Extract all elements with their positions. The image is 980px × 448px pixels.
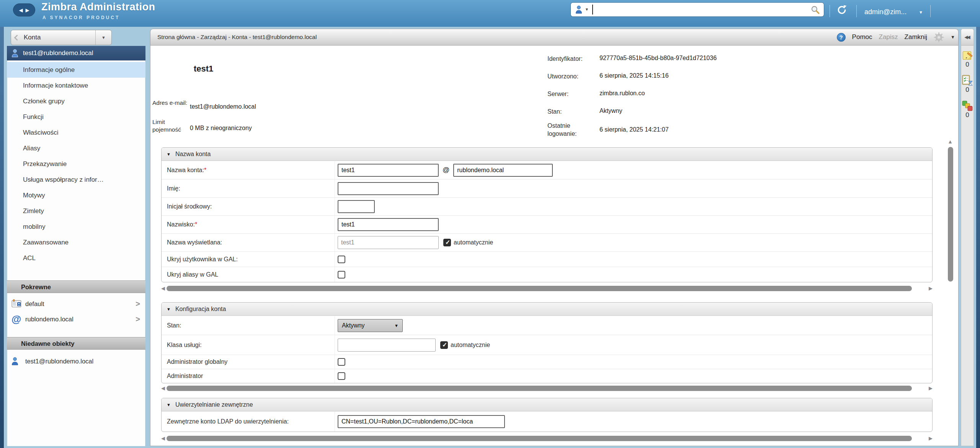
search-type-selector[interactable]: ▼ [571, 5, 592, 14]
chevron-down-icon: ▼ [394, 323, 399, 328]
horizontal-scrollbar: ◀ ▶ [161, 385, 933, 391]
collapse-panel-button[interactable]: ◀◀ [961, 29, 973, 46]
sidebar-item-group-member[interactable]: Członek grupy [7, 93, 145, 109]
form-row-last-name: Nazwisko:* [162, 215, 932, 233]
recent-item-account[interactable]: test1@rublondemo.local [7, 354, 145, 368]
close-button[interactable]: Zamknij [905, 33, 928, 41]
scroll-right-icon[interactable]: ▶ [927, 436, 933, 441]
auto-label: automatycznie [454, 239, 493, 246]
gear-icon[interactable] [934, 32, 944, 42]
display-name-auto-checkbox[interactable] [443, 239, 451, 246]
sidebar-item-collab-service[interactable]: Usługa współpracy z infor… [7, 172, 145, 187]
objects-icon[interactable] [961, 101, 973, 111]
section-header-account-name[interactable]: ▼ Nazwa konta [162, 148, 932, 161]
sidebar-item-mobile[interactable]: mobilny [7, 219, 145, 235]
objects-count-badge: 0 [961, 111, 973, 119]
related-item-cos-default[interactable]: default > [7, 296, 145, 311]
account-menu-dropdown-icon[interactable]: ▼ [919, 10, 923, 15]
field-label: Nazwa konta:* [162, 167, 335, 174]
related-item-domain[interactable]: @ rublondemo.local > [7, 312, 145, 326]
horizontal-scrollbar: ◀ ▶ [161, 435, 933, 441]
sidebar-item-contact-info[interactable]: Informacje kontaktowe [7, 78, 145, 93]
notes-icon[interactable] [961, 50, 973, 61]
left-edge-strip [0, 27, 4, 448]
toolbar: Strona główna - Zarządzaj - Konta - test… [150, 29, 959, 46]
ldap-account-input[interactable] [338, 415, 505, 428]
sidebar-account-header: test1@rublondemo.local [7, 46, 145, 60]
nav-forward-icon[interactable]: ▶ [26, 7, 29, 13]
last-name-input[interactable] [338, 218, 439, 231]
cos-input[interactable] [338, 339, 436, 352]
chevron-right-icon[interactable]: > [136, 315, 140, 324]
help-icon[interactable]: ? [837, 33, 846, 42]
info-label: Ostatnie logowanie: [547, 122, 596, 138]
info-value: zimbra.rublon.co [599, 90, 645, 97]
chevron-down-icon[interactable]: ▼ [95, 30, 111, 45]
chevron-right-icon[interactable]: > [136, 300, 140, 308]
scroll-left-icon[interactable]: ◀ [161, 436, 167, 441]
first-name-input[interactable] [338, 182, 439, 195]
domain-input[interactable] [453, 164, 553, 177]
nav-back-icon[interactable]: ◀ [19, 7, 23, 13]
form-row-middle-initial: Inicjał środkowy: [162, 197, 932, 215]
sidebar: Konta ▼ test1@rublondemo.local Informacj… [7, 29, 145, 446]
middle-initial-input[interactable] [338, 200, 375, 213]
display-name-input[interactable] [338, 236, 439, 249]
scroll-right-icon[interactable]: ▶ [927, 386, 933, 391]
nav-arrows-button[interactable]: ◀ ▶ [13, 3, 35, 16]
form-row-hide-in-gal: Ukryj użytkownika w GAL: [162, 251, 932, 267]
right-edge-strip [976, 27, 980, 448]
separator [930, 5, 931, 17]
form-row-ldap: Zewnętrzne konto LDAP do uwierzytelnieni… [162, 411, 932, 432]
required-mark: * [195, 221, 197, 228]
info-value: 927770a5-851b-45bd-b80a-97ed1d721036 [599, 55, 717, 62]
status-select[interactable]: Aktywny ▼ [338, 319, 403, 332]
vertical-scrollbar-thumb[interactable] [948, 147, 953, 282]
scroll-left-icon[interactable]: ◀ [161, 386, 167, 391]
scrollbar-thumb[interactable] [167, 286, 912, 291]
global-admin-checkbox[interactable] [338, 358, 345, 366]
search-type-dropdown-icon[interactable]: ▼ [585, 8, 589, 11]
account-name-input[interactable] [338, 164, 439, 177]
scrollbar-thumb[interactable] [167, 436, 912, 441]
hide-aliases-checkbox[interactable] [338, 271, 345, 279]
section-collapse-icon[interactable]: ▼ [167, 152, 171, 156]
toolbar-dropdown-icon[interactable]: ▼ [951, 34, 955, 40]
section-header-account-config[interactable]: ▼ Konfiguracja konta [162, 303, 932, 316]
scroll-up-icon[interactable]: ▲ [947, 138, 953, 145]
refresh-button[interactable] [836, 4, 848, 17]
account-menu-button[interactable]: admin@zim... [864, 8, 906, 16]
save-button[interactable]: Zapisz [879, 33, 898, 41]
search-button[interactable] [808, 5, 824, 15]
section-collapse-icon[interactable]: ▼ [167, 402, 171, 407]
app-tagline: A SYNACOR PRODUCT [42, 15, 120, 20]
scrollbar-thumb[interactable] [167, 386, 912, 391]
sidebar-item-aliases[interactable]: Aliasy [7, 140, 145, 156]
sidebar-item-forwarding[interactable]: Przekazywanie [7, 156, 145, 172]
global-search[interactable]: ▼ [570, 2, 824, 17]
form-row-admin: Administrator [162, 369, 932, 383]
hide-in-gal-checkbox[interactable] [338, 256, 345, 263]
search-input[interactable] [593, 4, 808, 15]
scroll-right-icon[interactable]: ▶ [927, 286, 933, 291]
tasks-count-badge: 0 [961, 86, 973, 94]
sidebar-item-properties[interactable]: Właściwości [7, 125, 145, 140]
context-selector[interactable]: Konta ▼ [11, 30, 112, 45]
scroll-left-icon[interactable]: ◀ [161, 286, 167, 291]
field-label: Imię: [162, 185, 335, 192]
sidebar-item-advanced[interactable]: Zaawansowane [7, 235, 145, 250]
sidebar-item-themes[interactable]: Motywy [7, 187, 145, 203]
sidebar-item-zimlets[interactable]: Zimlety [7, 203, 145, 219]
section-title: Konfiguracja konta [175, 306, 226, 313]
cos-auto-checkbox[interactable] [440, 341, 448, 349]
admin-checkbox[interactable] [338, 372, 345, 380]
account-icon [11, 49, 18, 57]
sidebar-item-general-info[interactable]: Informacje ogólne [7, 62, 145, 78]
tasks-icon[interactable] [961, 75, 973, 86]
sidebar-item-functions[interactable]: Funkcji [7, 109, 145, 125]
sidebar-item-acl[interactable]: ACL [7, 250, 145, 266]
account-type-icon [575, 5, 582, 14]
section-collapse-icon[interactable]: ▼ [167, 307, 171, 311]
help-button[interactable]: Pomoc [852, 33, 872, 41]
section-header-external-auth[interactable]: ▼ Uwierzytelnianie zewnętrzne [162, 398, 932, 411]
